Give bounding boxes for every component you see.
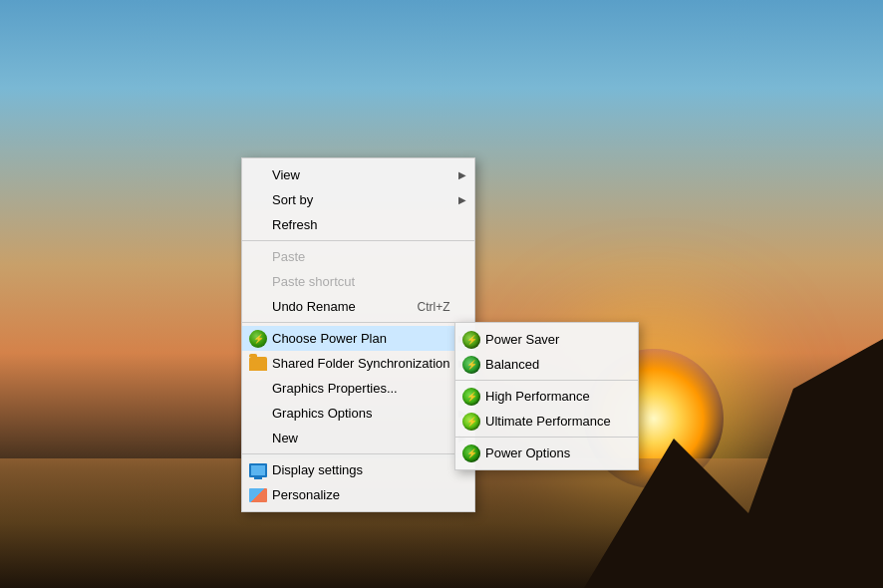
graphics-properties-label: Graphics Properties... xyxy=(272,381,450,396)
submenu-separator-2 xyxy=(455,437,638,438)
menu-item-paste-shortcut-label: Paste shortcut xyxy=(272,274,450,289)
menu-item-view[interactable]: View ▶ xyxy=(242,162,474,187)
ultimate-performance-label: Ultimate Performance xyxy=(485,414,614,429)
display-settings-label: Display settings xyxy=(272,462,450,477)
graphics-options-label: Graphics Options xyxy=(272,406,450,421)
menu-item-choose-power-plan[interactable]: Choose Power Plan ▶ Power Saver Balanced xyxy=(242,326,474,351)
menu-item-refresh[interactable]: Refresh xyxy=(242,212,474,237)
separator-3 xyxy=(242,453,474,454)
shared-folder-icon xyxy=(248,354,268,374)
menu-item-undo-rename-label: Undo Rename xyxy=(272,299,388,314)
submenu-item-power-saver[interactable]: Power Saver xyxy=(455,327,638,352)
power-options-label: Power Options xyxy=(485,445,614,460)
balanced-icon xyxy=(461,355,481,375)
menu-item-display-settings[interactable]: Display settings xyxy=(242,457,474,482)
power-saver-label: Power Saver xyxy=(485,332,614,347)
power-options-icon xyxy=(461,443,481,463)
menu-item-graphics-properties[interactable]: Graphics Properties... xyxy=(242,376,474,401)
menu-item-paste-label: Paste xyxy=(272,249,450,264)
menu-item-refresh-label: Refresh xyxy=(272,217,450,232)
submenu-item-power-options[interactable]: Power Options xyxy=(455,441,638,465)
arrow-icon: ▶ xyxy=(458,169,466,180)
high-performance-icon xyxy=(461,387,481,407)
menu-item-power-plan-label: Choose Power Plan xyxy=(272,331,450,346)
menu-item-paste[interactable]: Paste xyxy=(242,244,474,269)
menu-item-view-label: View xyxy=(272,167,450,182)
menu-item-shared-folder-sync[interactable]: Shared Folder Synchronization ▶ xyxy=(242,351,474,376)
separator-2 xyxy=(242,322,474,323)
context-menu: View ▶ Sort by ▶ Refresh Paste Paste sho… xyxy=(241,157,475,512)
separator-1 xyxy=(242,240,474,241)
menu-item-sort-by-label: Sort by xyxy=(272,192,450,207)
menu-item-undo-rename[interactable]: Undo Rename Ctrl+Z xyxy=(242,294,474,319)
power-saver-icon xyxy=(461,330,481,350)
undo-rename-shortcut: Ctrl+Z xyxy=(388,300,450,314)
submenu-separator-1 xyxy=(455,380,638,381)
menu-item-personalize[interactable]: Personalize xyxy=(242,482,474,507)
high-performance-label: High Performance xyxy=(485,389,614,404)
menu-item-paste-shortcut[interactable]: Paste shortcut xyxy=(242,269,474,294)
personalize-icon xyxy=(248,485,268,505)
power-globe-icon xyxy=(248,329,268,349)
submenu-item-ultimate-performance[interactable]: Ultimate Performance xyxy=(455,409,638,434)
menu-item-graphics-options[interactable]: Graphics Options ▶ xyxy=(242,401,474,426)
shared-folder-sync-label: Shared Folder Synchronization xyxy=(272,356,450,371)
display-icon xyxy=(248,460,268,480)
balanced-label: Balanced xyxy=(485,357,614,372)
arrow-icon: ▶ xyxy=(458,194,466,205)
personalize-label: Personalize xyxy=(272,487,450,502)
new-label: New xyxy=(272,431,450,445)
ultimate-performance-icon xyxy=(461,412,481,432)
submenu-item-high-performance[interactable]: High Performance xyxy=(455,384,638,409)
menu-item-sort-by[interactable]: Sort by ▶ xyxy=(242,187,474,212)
power-plan-submenu: Power Saver Balanced High Performance xyxy=(454,322,639,470)
menu-item-new[interactable]: New ▶ xyxy=(242,426,474,450)
submenu-item-balanced[interactable]: Balanced xyxy=(455,352,638,377)
